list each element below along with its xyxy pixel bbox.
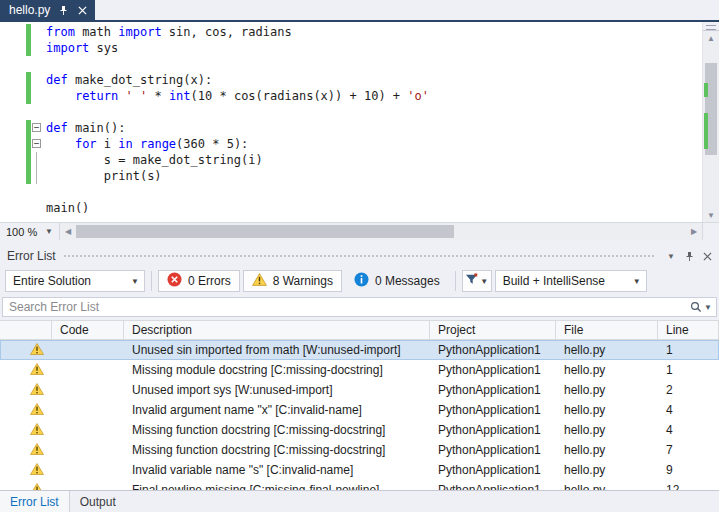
- warning-icon: [30, 483, 44, 491]
- error-row[interactable]: Final newline missing [C:missing-final-n…: [0, 480, 719, 490]
- code-line[interactable]: [0, 184, 702, 200]
- fold-guide: [36, 152, 37, 168]
- code-text: def main():: [46, 120, 125, 136]
- panel-titlebar[interactable]: Error List ▼: [0, 246, 719, 266]
- hscrollbar-thumb[interactable]: [76, 225, 454, 238]
- filter-button[interactable]: ▼: [462, 270, 492, 292]
- search-box[interactable]: ▼: [2, 297, 717, 317]
- scroll-up-icon[interactable]: ▲: [703, 31, 719, 45]
- pin-icon[interactable]: [681, 249, 697, 264]
- split-grip-icon[interactable]: [703, 22, 719, 31]
- project-cell: PythonApplication1: [430, 360, 556, 380]
- vertical-scrollbar[interactable]: ▲ ▼: [702, 22, 719, 222]
- close-icon[interactable]: [76, 4, 88, 16]
- errors-count-label: 0 Errors: [188, 274, 231, 288]
- info-icon: [354, 272, 369, 290]
- error-row[interactable]: Unused sin imported from math [W:unused-…: [0, 340, 719, 360]
- project-cell: PythonApplication1: [430, 440, 556, 460]
- code-line[interactable]: import sys: [0, 40, 702, 56]
- hscrollbar-track[interactable]: [76, 223, 686, 240]
- code-line[interactable]: [0, 104, 702, 120]
- column-file[interactable]: File: [556, 321, 658, 339]
- errors-toggle-button[interactable]: 0 Errors: [158, 270, 240, 292]
- project-cell: PythonApplication1: [430, 380, 556, 400]
- source-dropdown-value: Build + IntelliSense: [503, 274, 605, 288]
- horizontal-scrollbar[interactable]: ◀ ▶: [60, 223, 702, 240]
- fold-margin: [31, 40, 46, 56]
- code-line[interactable]: −def main():: [0, 120, 702, 136]
- tab-error-list[interactable]: Error List: [0, 491, 70, 512]
- drag-grip: [63, 254, 654, 258]
- error-row[interactable]: Unused import sys [W:unused-import]Pytho…: [0, 380, 719, 400]
- code-text: from math import sin, cos, radians: [46, 24, 292, 40]
- code-text: for i in range(360 * 5):: [46, 136, 248, 152]
- messages-toggle-button[interactable]: 0 Messages: [345, 270, 449, 292]
- tab-title: hello.py: [9, 3, 50, 17]
- error-row[interactable]: Invalid argument name "x" [C:invalid-nam…: [0, 400, 719, 420]
- column-code[interactable]: Code: [52, 321, 124, 339]
- code-text: def make_dot_string(x):: [46, 72, 212, 88]
- source-dropdown[interactable]: Build + IntelliSense ▼: [495, 270, 647, 292]
- fold-margin: [31, 88, 46, 104]
- column-description[interactable]: Description: [124, 321, 430, 339]
- error-row[interactable]: Missing module docstring [C:missing-docs…: [0, 360, 719, 380]
- file-cell: hello.py: [556, 400, 658, 420]
- column-severity[interactable]: [0, 321, 52, 339]
- fold-margin: [31, 200, 46, 216]
- error-row[interactable]: Invalid variable name "s" [C:invalid-nam…: [0, 460, 719, 480]
- project-cell: PythonApplication1: [430, 400, 556, 420]
- code-line[interactable]: from math import sin, cos, radians: [0, 24, 702, 40]
- collapse-icon[interactable]: −: [32, 123, 41, 132]
- code-cell: [52, 420, 124, 440]
- error-rows: Unused sin imported from math [W:unused-…: [0, 340, 719, 490]
- chevron-down-icon: ▼: [625, 277, 641, 286]
- code-line[interactable]: return ' ' * int(10 * cos(radians(x)) + …: [0, 88, 702, 104]
- warning-icon: [30, 463, 44, 478]
- tab-hello-py[interactable]: hello.py: [0, 0, 95, 20]
- scroll-left-icon[interactable]: ◀: [60, 223, 76, 240]
- window-position-icon[interactable]: ▼: [663, 249, 679, 264]
- line-cell: 2: [658, 380, 719, 400]
- error-icon: [167, 272, 182, 290]
- toolbar-separator: [455, 271, 456, 291]
- scrollbar-corner: [702, 223, 719, 240]
- collapse-icon[interactable]: −: [32, 139, 41, 148]
- warnings-toggle-button[interactable]: 8 Warnings: [243, 270, 342, 292]
- code-area[interactable]: from math import sin, cos, radiansimport…: [0, 22, 702, 222]
- scope-dropdown-value: Entire Solution: [13, 274, 91, 288]
- fold-margin[interactable]: −: [31, 136, 46, 152]
- zoom-select[interactable]: 100 % ▼: [0, 223, 60, 240]
- close-icon[interactable]: [699, 249, 715, 264]
- scope-dropdown[interactable]: Entire Solution ▼: [5, 270, 145, 292]
- column-project[interactable]: Project: [430, 321, 556, 339]
- warning-icon: [30, 383, 44, 398]
- description-cell: Unused import sys [W:unused-import]: [124, 380, 430, 400]
- search-input[interactable]: [3, 300, 686, 314]
- error-row[interactable]: Missing function docstring [C:missing-do…: [0, 420, 719, 440]
- file-cell: hello.py: [556, 340, 658, 360]
- code-line[interactable]: − for i in range(360 * 5):: [0, 136, 702, 152]
- file-cell: hello.py: [556, 420, 658, 440]
- code-text: s = make_dot_string(i): [46, 152, 263, 168]
- search-icon[interactable]: ▼: [686, 301, 716, 313]
- code-line[interactable]: print(s): [0, 168, 702, 184]
- code-line[interactable]: s = make_dot_string(i): [0, 152, 702, 168]
- error-list-toolbar: Entire Solution ▼ 0 Errors 8 Warnings: [0, 266, 719, 296]
- code-line[interactable]: def make_dot_string(x):: [0, 72, 702, 88]
- scroll-down-icon[interactable]: ▼: [703, 208, 719, 222]
- description-cell: Invalid argument name "x" [C:invalid-nam…: [124, 400, 430, 420]
- pin-icon[interactable]: [57, 4, 69, 16]
- code-cell: [52, 440, 124, 460]
- error-row[interactable]: Missing function docstring [C:missing-do…: [0, 440, 719, 460]
- code-cell: [52, 460, 124, 480]
- description-cell: Invalid variable name "s" [C:invalid-nam…: [124, 460, 430, 480]
- chevron-down-icon: ▼: [704, 303, 712, 312]
- scroll-right-icon[interactable]: ▶: [686, 223, 702, 240]
- fold-margin[interactable]: −: [31, 120, 46, 136]
- column-line[interactable]: Line: [658, 321, 719, 339]
- code-cell: [52, 360, 124, 380]
- scrollbar-track[interactable]: [703, 45, 719, 208]
- code-line[interactable]: main(): [0, 200, 702, 216]
- tab-output[interactable]: Output: [70, 491, 126, 512]
- code-line[interactable]: [0, 56, 702, 72]
